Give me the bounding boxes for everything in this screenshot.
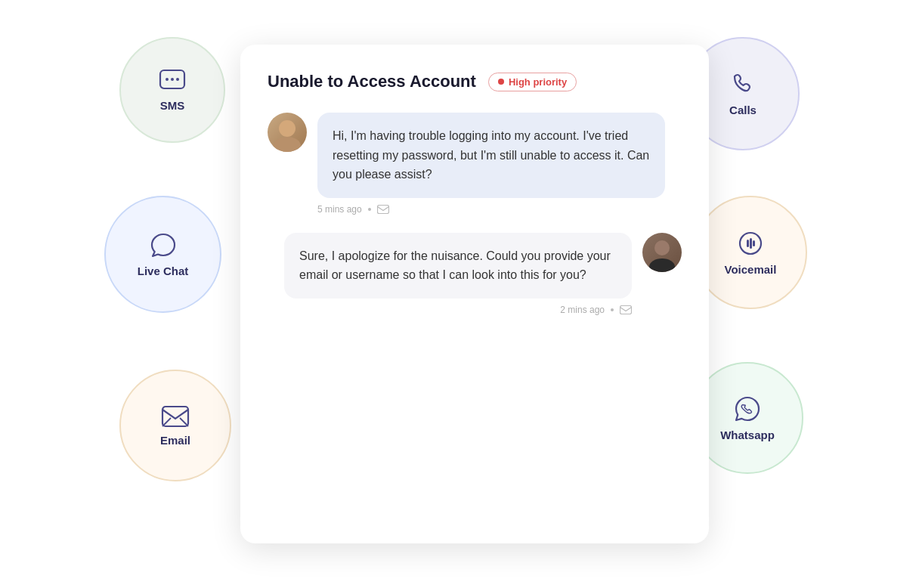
- message-row-user: Hi, I'm having trouble logging into my a…: [268, 113, 682, 198]
- user-message-meta: 5 mins ago: [268, 204, 682, 215]
- message-group-2: Sure, I apologize for the nuisance. Coul…: [268, 233, 682, 315]
- envelope-icon-2: [620, 305, 632, 314]
- channel-email[interactable]: Email: [119, 370, 231, 481]
- sms-label: SMS: [160, 99, 185, 112]
- email-label: Email: [160, 434, 190, 447]
- svg-rect-7: [753, 240, 755, 246]
- priority-badge: High priority: [488, 73, 577, 91]
- chat-header: Unable to Access Account High priority: [268, 72, 682, 91]
- whatsapp-label: Whatsapp: [720, 429, 775, 441]
- channel-sms[interactable]: SMS: [119, 37, 225, 143]
- svg-point-2: [171, 78, 174, 81]
- email-icon: [161, 405, 190, 428]
- live-chat-icon: [149, 231, 178, 258]
- message-group-1: Hi, I'm having trouble logging into my a…: [268, 113, 682, 215]
- message-container: Hi, I'm having trouble logging into my a…: [268, 113, 682, 315]
- agent-message-meta: 2 mins ago: [268, 305, 682, 315]
- envelope-icon-1: [377, 205, 389, 214]
- channel-live-chat[interactable]: Live Chat: [104, 196, 221, 313]
- priority-dot: [498, 79, 504, 85]
- message-row-agent: Sure, I apologize for the nuisance. Coul…: [268, 233, 682, 299]
- whatsapp-icon: [734, 395, 761, 422]
- svg-rect-9: [377, 205, 388, 213]
- agent-avatar: [642, 233, 682, 272]
- voicemail-icon: [737, 230, 764, 257]
- chat-card: Unable to Access Account High priority H…: [240, 45, 709, 543]
- meta-dot-2: [611, 308, 614, 311]
- svg-rect-10: [620, 305, 632, 314]
- agent-message-text: Sure, I apologize for the nuisance. Coul…: [299, 249, 611, 282]
- chat-title: Unable to Access Account: [268, 72, 476, 91]
- calls-label: Calls: [729, 104, 757, 116]
- agent-message-bubble: Sure, I apologize for the nuisance. Coul…: [284, 233, 632, 299]
- svg-point-1: [166, 78, 169, 81]
- user-avatar: [268, 113, 307, 152]
- sms-icon: [159, 69, 186, 93]
- meta-dot-1: [368, 208, 371, 211]
- voicemail-label: Voicemail: [725, 263, 777, 276]
- svg-rect-5: [747, 240, 749, 247]
- user-message-time: 5 mins ago: [317, 204, 362, 215]
- scene: SMS Calls Live Chat Voicemail: [119, 22, 800, 566]
- calls-icon: [730, 72, 756, 97]
- svg-point-3: [176, 78, 179, 81]
- priority-label: High priority: [509, 76, 567, 88]
- agent-message-time: 2 mins ago: [560, 305, 605, 315]
- user-message-text: Hi, I'm having trouble logging into my a…: [333, 129, 649, 181]
- live-chat-label: Live Chat: [138, 265, 189, 277]
- user-message-bubble: Hi, I'm having trouble logging into my a…: [317, 113, 665, 198]
- svg-rect-6: [750, 238, 752, 249]
- channel-voicemail[interactable]: Voicemail: [694, 196, 807, 309]
